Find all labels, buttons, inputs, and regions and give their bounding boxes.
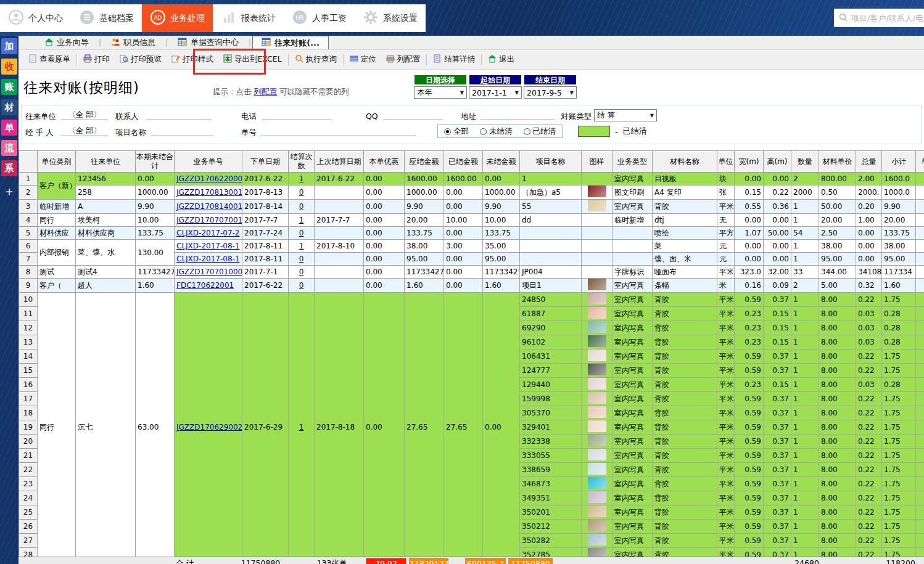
row-number[interactable]: 17: [19, 392, 38, 406]
toolbar-button-7[interactable]: 定位: [345, 52, 381, 67]
order-number-link[interactable]: CLJXD-2017-08-1: [176, 255, 240, 263]
row-number[interactable]: 27: [19, 534, 38, 548]
nav-item-2[interactable]: 基础档案: [71, 4, 142, 32]
row-number[interactable]: 9: [19, 279, 38, 293]
row-number[interactable]: 10: [19, 293, 38, 307]
tab-1[interactable]: 业务向导: [36, 36, 97, 49]
column-header-1[interactable]: 单位类别: [38, 151, 76, 173]
row-number[interactable]: 11: [19, 307, 38, 321]
thumbnail-image[interactable]: [588, 520, 606, 531]
row-number[interactable]: 8: [19, 266, 38, 279]
settle-count-link[interactable]: 0: [299, 268, 304, 276]
sidebar-chip-5[interactable]: 单: [1, 120, 17, 136]
type-select[interactable]: 结 算▼: [594, 109, 657, 121]
toolbar-button-10[interactable]: 退出: [483, 52, 519, 67]
sidebar-chip-4[interactable]: 材: [1, 99, 17, 115]
order-number-link[interactable]: JGZZD1706290024: [176, 423, 242, 431]
row-number[interactable]: 26: [19, 520, 38, 534]
thumbnail-image[interactable]: [588, 420, 606, 432]
toolbar-button-3[interactable]: 打印预览: [115, 52, 167, 67]
row-number[interactable]: 12: [19, 321, 38, 335]
thumbnail-image[interactable]: [588, 321, 606, 333]
column-header-6[interactable]: 结算次数: [289, 151, 315, 173]
thumbnail-image[interactable]: [588, 186, 606, 197]
row-number[interactable]: 13: [19, 335, 38, 349]
order-no-input[interactable]: [261, 126, 416, 136]
settle-count-link[interactable]: 0: [299, 255, 304, 263]
column-header-14[interactable]: 业务类型: [613, 151, 653, 173]
column-header-5[interactable]: 下单日期: [242, 151, 289, 173]
global-search[interactable]: [834, 9, 924, 27]
column-header-7[interactable]: 上次结算日期: [315, 151, 364, 173]
order-number-link[interactable]: FDC170622001: [176, 281, 234, 290]
column-header-12[interactable]: 项目名称: [520, 151, 582, 173]
row-number[interactable]: 15: [19, 364, 38, 378]
thumbnail-image[interactable]: [588, 491, 606, 503]
thumbnail-image[interactable]: [588, 463, 606, 475]
row-number[interactable]: 6: [19, 240, 38, 253]
qq-input[interactable]: [383, 110, 442, 120]
column-header-18[interactable]: 高(m): [764, 151, 791, 173]
order-number-link[interactable]: CLJXD-2017-07-2: [176, 229, 240, 237]
column-config-link[interactable]: 列配置: [254, 87, 277, 96]
phone-input[interactable]: [262, 110, 331, 120]
order-number-link[interactable]: JGZZD1708130013: [176, 188, 242, 197]
radio-3[interactable]: 已结清: [524, 126, 556, 137]
search-input[interactable]: [851, 14, 924, 23]
row-number[interactable]: 19: [19, 420, 38, 435]
row-number[interactable]: 14: [19, 349, 38, 364]
sidebar-chip-6[interactable]: 流: [1, 140, 17, 156]
project-input[interactable]: [151, 126, 213, 136]
settle-count-link[interactable]: 1: [299, 216, 304, 224]
column-header-20[interactable]: 材料单价: [819, 151, 856, 173]
order-number-link[interactable]: JGZZD1707010001: [176, 268, 242, 276]
order-number-link[interactable]: CLJXD-2017-08-1: [176, 242, 240, 250]
toolbar-button-1[interactable]: 查看原单: [23, 52, 75, 67]
column-header-21[interactable]: 总量: [856, 151, 882, 173]
toolbar-button-9[interactable]: 结算详情: [428, 52, 480, 67]
settle-count-link[interactable]: 0: [299, 281, 304, 290]
row-number[interactable]: 2: [19, 186, 38, 200]
tab-3[interactable]: 单据查询中心: [169, 36, 247, 49]
row-number[interactable]: 21: [19, 449, 38, 463]
nav-item-3[interactable]: AD业务处理: [142, 4, 213, 32]
sidebar-chip-2[interactable]: 收: [1, 59, 17, 75]
toolbar-button-6[interactable]: 执行查询: [290, 52, 342, 67]
thumbnail-image[interactable]: [588, 293, 606, 304]
column-header-2[interactable]: 往来单位: [76, 151, 136, 173]
column-header-9[interactable]: 应结金额: [405, 151, 444, 173]
thumbnail-image[interactable]: [588, 406, 606, 418]
column-header-23[interactable]: 单: [916, 151, 924, 173]
row-number[interactable]: 24: [19, 491, 38, 505]
thumbnail-image[interactable]: [588, 534, 606, 546]
row-number[interactable]: 22: [19, 463, 38, 477]
row-number[interactable]: 4: [19, 214, 38, 227]
sidebar-chip-7[interactable]: 系: [1, 160, 17, 176]
nav-item-4[interactable]: 报表统计: [213, 4, 284, 32]
address-input[interactable]: [481, 110, 555, 120]
radio-2[interactable]: 未结清: [480, 126, 513, 137]
order-number-link[interactable]: JGZZD1707070018: [176, 216, 242, 224]
sidebar-chip-1[interactable]: 加: [1, 38, 17, 54]
row-number[interactable]: 25: [19, 505, 38, 520]
row-number[interactable]: 3: [19, 200, 38, 214]
toolbar-button-4[interactable]: 打印样式: [167, 52, 218, 67]
thumbnail-image[interactable]: [588, 307, 606, 319]
column-header-8[interactable]: 本单优惠: [364, 151, 405, 173]
row-number[interactable]: 7: [19, 253, 38, 266]
column-header-11[interactable]: 未结金额: [483, 151, 520, 173]
column-header-15[interactable]: 材料名称: [653, 151, 717, 173]
settle-count-link[interactable]: 0: [299, 202, 304, 211]
thumbnail-image[interactable]: [588, 449, 606, 460]
order-number-link[interactable]: JGZZD1706220008: [176, 174, 242, 183]
start-date-select[interactable]: 2017-1-1▼: [469, 86, 522, 99]
tab-2[interactable]: 职员信息: [102, 36, 164, 49]
thumbnail-image[interactable]: [588, 349, 606, 361]
column-header-3[interactable]: 本期未结合计: [136, 151, 175, 173]
column-header-22[interactable]: 小计: [882, 151, 916, 173]
nav-item-1[interactable]: 个人中心: [0, 4, 71, 32]
unit-value[interactable]: 〈全 部〉: [61, 110, 108, 120]
row-number[interactable]: 16: [19, 378, 38, 392]
column-header-4[interactable]: 业务单号: [175, 151, 242, 173]
sidebar-chip-3[interactable]: 账: [1, 79, 17, 95]
